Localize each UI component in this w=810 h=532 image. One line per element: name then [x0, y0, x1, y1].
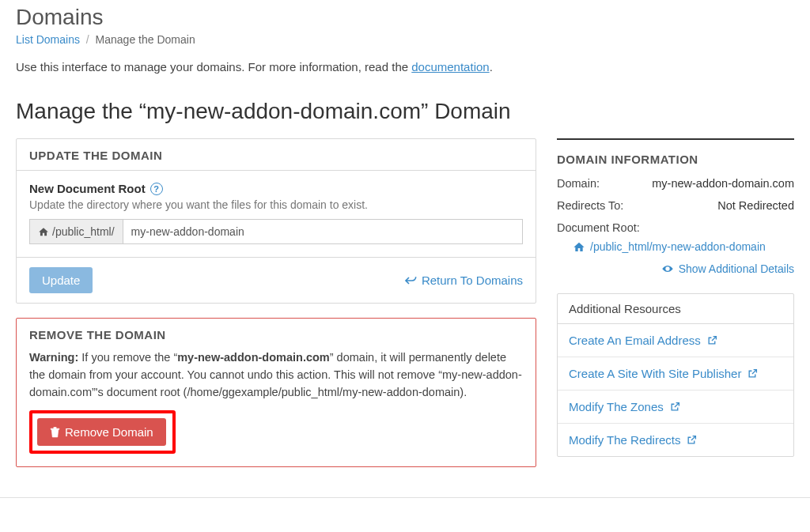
external-link-icon — [687, 435, 697, 445]
page-title: Domains — [16, 5, 794, 30]
docroot-input[interactable] — [123, 219, 523, 244]
info-redirects-label: Redirects To: — [557, 199, 623, 212]
docroot-field-desc: Update the directory where you want the … — [29, 198, 523, 211]
resource-text-2: Modify The Zones — [569, 400, 664, 413]
update-button[interactable]: Update — [29, 267, 93, 293]
remove-warning-text: Warning: If you remove the “my-new-addon… — [29, 349, 523, 401]
intro-prefix: Use this interface to manage your domain… — [16, 60, 411, 74]
resource-link-email[interactable]: Create An Email Address — [558, 324, 793, 357]
resources-header: Additional Resources — [558, 294, 793, 324]
resource-link-site-publisher[interactable]: Create A Site With Site Publisher — [558, 357, 793, 390]
docroot-addon: /public_html/ — [29, 219, 123, 244]
trash-icon — [50, 427, 60, 438]
update-domain-panel: UPDATE THE DOMAIN New Document Root ? Up… — [16, 138, 536, 304]
external-link-icon — [748, 368, 758, 379]
domain-info-header: DOMAIN INFORMATION — [557, 153, 794, 166]
breadcrumb-list-domains[interactable]: List Domains — [16, 33, 80, 46]
warning-pre: If you remove the “ — [78, 351, 177, 364]
return-to-domains-link[interactable]: Return To Domains — [404, 274, 523, 287]
return-icon — [404, 275, 417, 286]
warning-domain: my-new-addon-domain.com — [177, 351, 330, 364]
home-icon — [573, 241, 585, 252]
home-icon — [38, 227, 49, 236]
info-row-domain: Domain: my-new-addon-domain.com — [557, 177, 794, 190]
docroot-field-label-text: New Document Root — [29, 182, 146, 195]
info-docroot-label: Document Root: — [557, 221, 640, 234]
resources-list: Create An Email Address Create A Site Wi… — [558, 324, 793, 456]
eye-icon — [661, 264, 674, 274]
remove-highlight-box: Remove Domain — [29, 410, 176, 454]
info-row-docroot: Document Root: — [557, 221, 794, 234]
show-more-text: Show Additional Details — [679, 262, 794, 275]
intro-text: Use this interface to manage your domain… — [16, 60, 794, 74]
breadcrumb-separator: / — [86, 33, 89, 46]
help-icon[interactable]: ? — [150, 183, 163, 195]
external-link-icon — [707, 335, 717, 345]
remove-domain-button[interactable]: Remove Domain — [37, 418, 166, 446]
external-link-icon — [670, 402, 680, 412]
side-divider — [557, 138, 794, 140]
info-redirects-value: Not Redirected — [717, 199, 794, 212]
intro-suffix: . — [490, 60, 493, 74]
show-additional-details-link[interactable]: Show Additional Details — [661, 262, 794, 275]
docroot-link-text: /public_html/my-new-addon-domain — [590, 240, 766, 253]
breadcrumb: List Domains / Manage the Domain — [16, 33, 794, 46]
return-link-text: Return To Domains — [422, 274, 523, 287]
resource-link-redirects[interactable]: Modify The Redirects — [558, 424, 793, 456]
resource-text-0: Create An Email Address — [569, 334, 701, 347]
breadcrumb-current: Manage the Domain — [96, 33, 195, 46]
resource-text-1: Create A Site With Site Publisher — [569, 367, 741, 380]
docroot-addon-text: /public_html/ — [52, 225, 115, 238]
manage-heading: Manage the “my-new-addon-domain.com” Dom… — [16, 99, 794, 124]
docroot-link[interactable]: /public_html/my-new-addon-domain — [573, 240, 766, 253]
docroot-input-group: /public_html/ — [29, 219, 523, 244]
remove-button-text: Remove Domain — [65, 425, 153, 439]
remove-domain-header: REMOVE THE DOMAIN — [17, 319, 536, 341]
update-domain-footer: Update Return To Domains — [17, 257, 536, 303]
resource-text-3: Modify The Redirects — [569, 433, 680, 447]
docroot-field-label: New Document Root ? — [29, 182, 523, 195]
show-more-details-row: Show Additional Details — [557, 262, 794, 276]
info-domain-value: my-new-addon-domain.com — [652, 177, 794, 190]
documentation-link[interactable]: documentation — [411, 60, 489, 74]
resource-link-zones[interactable]: Modify The Zones — [558, 391, 793, 423]
additional-resources-panel: Additional Resources Create An Email Add… — [557, 293, 794, 457]
update-domain-header: UPDATE THE DOMAIN — [17, 139, 536, 171]
warning-label: Warning: — [29, 351, 78, 364]
remove-domain-panel: REMOVE THE DOMAIN Warning: If you remove… — [16, 318, 536, 467]
info-domain-label: Domain: — [557, 177, 600, 190]
info-row-redirects: Redirects To: Not Redirected — [557, 199, 794, 212]
